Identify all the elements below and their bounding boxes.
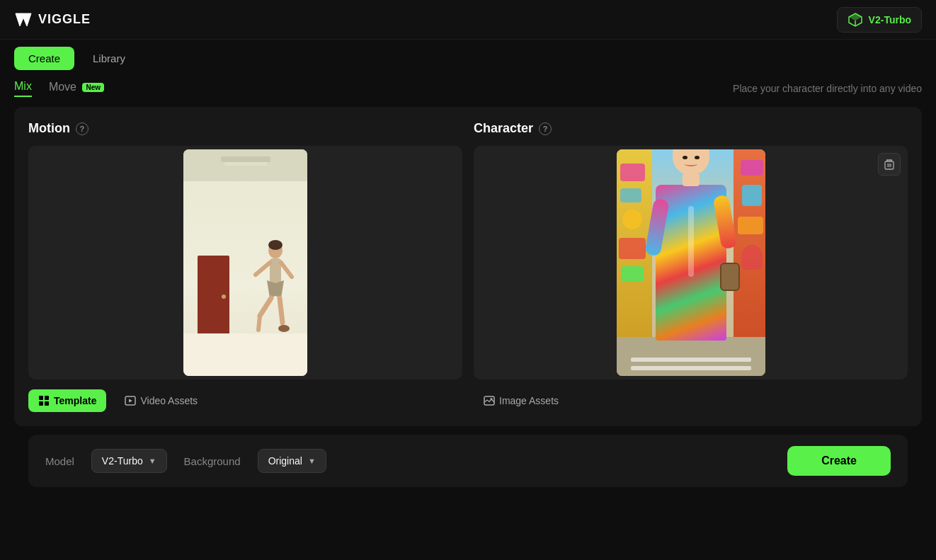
character-panel-bottom: Image Assets: [474, 389, 908, 412]
door-knob: [222, 295, 226, 299]
nav-row: Create Library: [0, 40, 936, 70]
tab-hint: Place your character directly into any v…: [733, 83, 922, 94]
logo: VIGGLE: [14, 11, 91, 29]
svg-point-5: [268, 240, 282, 250]
version-badge[interactable]: V2-Turbo: [837, 7, 922, 33]
trash-icon: [884, 159, 894, 170]
motion-panel-bottom: Template Video Assets: [28, 389, 462, 412]
svg-line-8: [258, 316, 260, 330]
new-badge: New: [82, 83, 104, 92]
neck: [683, 173, 700, 186]
footer-bar: Model V2-Turbo ▼ Background Original ▼ C…: [28, 435, 908, 487]
bag: [720, 263, 740, 291]
graffiti-r1: [741, 160, 763, 176]
character-help-icon[interactable]: ?: [539, 122, 552, 135]
motion-panel: Motion ?: [28, 121, 462, 412]
light-fixture: [221, 156, 270, 162]
image-assets-icon: [484, 395, 495, 406]
tab-mix[interactable]: Mix: [14, 80, 32, 97]
svg-line-11: [256, 263, 270, 275]
viggle-logo-icon: [14, 11, 33, 29]
background-label: Background: [184, 455, 241, 467]
graffiti-r4: [741, 245, 763, 270]
video-assets-button[interactable]: Video Assets: [115, 389, 207, 412]
crosswalk-1: [631, 366, 751, 370]
image-assets-button[interactable]: Image Assets: [474, 389, 569, 412]
svg-point-10: [278, 325, 290, 332]
video-assets-icon: [125, 395, 136, 406]
light-bar: [224, 162, 267, 166]
graffiti-4: [619, 238, 646, 259]
tab-row: Mix Move New Place your character direct…: [0, 70, 936, 100]
svg-line-7: [260, 298, 271, 316]
model-label: Model: [45, 455, 74, 467]
cube-icon: [847, 12, 863, 28]
background-dropdown-arrow: ▼: [308, 457, 316, 465]
create-button[interactable]: Create: [14, 47, 74, 70]
svg-line-9: [280, 298, 282, 323]
scene-door: [198, 256, 229, 333]
svg-marker-2: [849, 13, 862, 21]
character-panel-content[interactable]: [474, 146, 908, 379]
panels-container: Motion ?: [14, 107, 922, 426]
motion-panel-content[interactable]: [28, 146, 462, 379]
background-dropdown[interactable]: Original ▼: [258, 449, 326, 473]
create-button-footer[interactable]: Create: [787, 446, 891, 476]
svg-rect-13: [39, 396, 43, 400]
main-content: Motion ?: [0, 100, 936, 494]
model-dropdown-arrow: ▼: [149, 457, 156, 465]
character-panel: Character ?: [474, 121, 908, 412]
graffiti-r2: [742, 185, 762, 206]
graffiti-1: [620, 164, 645, 181]
eye-right: [695, 156, 700, 159]
svg-line-12: [281, 263, 292, 277]
topbar: VIGGLE V2-Turbo: [0, 0, 936, 40]
graffiti-r3: [738, 217, 763, 234]
svg-rect-16: [45, 401, 49, 406]
tabs: Mix Move New: [14, 80, 104, 97]
character-figure-container: [653, 156, 729, 341]
ground: [617, 337, 765, 376]
dancer-figure: [246, 238, 299, 344]
graffiti-3: [622, 210, 642, 229]
svg-point-26: [491, 398, 493, 400]
coat-button-line: [688, 206, 694, 277]
crosswalk-2: [631, 358, 751, 362]
library-button[interactable]: Library: [79, 47, 139, 70]
template-icon: [38, 395, 50, 406]
logo-text: VIGGLE: [38, 12, 91, 27]
motion-panel-title: Motion ?: [28, 121, 462, 136]
character-panel-title: Character ?: [474, 121, 908, 136]
version-label: V2-Turbo: [869, 14, 911, 25]
motion-scene: [183, 149, 307, 376]
graffiti-5: [621, 266, 644, 282]
svg-rect-14: [45, 396, 49, 400]
graffiti-2: [620, 188, 641, 202]
svg-marker-0: [16, 13, 31, 26]
eye-left: [683, 156, 687, 159]
template-button[interactable]: Template: [28, 389, 106, 412]
smile: [685, 162, 697, 166]
tab-move[interactable]: Move New: [49, 81, 104, 96]
svg-rect-15: [39, 401, 43, 406]
model-dropdown[interactable]: V2-Turbo ▼: [91, 449, 167, 473]
character-delete-button[interactable]: [878, 153, 901, 176]
character-scene: [617, 149, 765, 376]
motion-help-icon[interactable]: ?: [76, 122, 89, 135]
